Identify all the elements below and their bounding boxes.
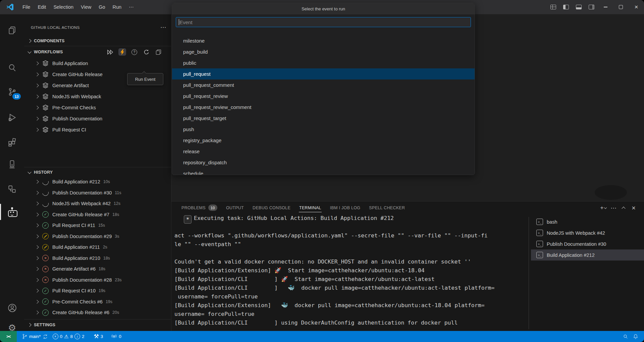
terminal-session[interactable]: >_ Publish Documentation #30: [531, 238, 644, 249]
terminal-session[interactable]: >_ bash: [531, 216, 644, 227]
event-option[interactable]: public: [172, 57, 475, 68]
search-status-icon[interactable]: [621, 334, 631, 339]
section-settings[interactable]: SETTINGS: [24, 320, 171, 330]
layers-icon: [42, 104, 49, 111]
broadcast-status-item[interactable]: 0: [109, 331, 124, 342]
remote-indicator[interactable]: ><: [0, 331, 17, 342]
event-option[interactable]: pull_request_review_comment: [172, 102, 475, 113]
event-option[interactable]: registry_package: [172, 135, 475, 146]
terminal-prompt-icon: >_: [536, 230, 543, 236]
workflow-item[interactable]: Pull Request CI: [24, 124, 171, 135]
workflow-item[interactable]: Build Application: [24, 58, 171, 69]
panel-tab[interactable]: SPELL CHECKER: [365, 202, 409, 214]
event-option[interactable]: milestone: [172, 35, 475, 46]
minimize-button[interactable]: [598, 0, 613, 14]
history-item[interactable]: Generate Artifact #6 18s: [24, 264, 171, 275]
run-debug-icon[interactable]: [0, 109, 24, 125]
refresh-icon[interactable]: [143, 48, 150, 56]
vscode-logo-icon: [6, 3, 14, 11]
chevron-right-icon: [35, 191, 39, 194]
history-item[interactable]: Publish Documentation #28 23s: [24, 275, 171, 286]
extensions-icon[interactable]: [0, 134, 24, 150]
menu-item[interactable]: View: [77, 3, 95, 11]
github-local-actions-icon[interactable]: [0, 204, 24, 220]
section-history[interactable]: HISTORY: [24, 168, 171, 177]
history-item[interactable]: Pre-Commit Checks #6 19s: [24, 296, 171, 307]
explorer-icon[interactable]: [0, 22, 24, 38]
menu-item[interactable]: Go: [95, 3, 109, 11]
run-status-icon: [42, 277, 49, 283]
panel-tab[interactable]: IBM I JOB LOG: [326, 202, 365, 214]
event-option[interactable]: pull_request_comment: [172, 79, 475, 91]
tools-status-item[interactable]: ⚒ 3: [92, 331, 106, 342]
section-components[interactable]: COMPONENTS: [24, 36, 171, 46]
customize-layout-icon[interactable]: [547, 2, 559, 12]
workflow-item[interactable]: Pre-Commit Checks: [24, 102, 171, 113]
workflow-item[interactable]: NodeJS with Webpack: [24, 91, 171, 102]
panel-tab[interactable]: OUTPUT: [222, 202, 248, 214]
new-terminal-icon[interactable]: +: [599, 204, 608, 212]
remote-explorer-icon[interactable]: [0, 156, 24, 172]
history-item[interactable]: Build Application #211 2s: [24, 242, 171, 253]
maximize-button[interactable]: [613, 0, 629, 14]
run-status-icon: [42, 244, 49, 250]
event-input[interactable]: Event: [176, 17, 471, 27]
run-all-workflows-icon[interactable]: [106, 48, 114, 56]
branch-status-item[interactable]: main*: [19, 331, 50, 342]
toggle-primary-sidebar-icon[interactable]: [560, 2, 572, 12]
terminal-session[interactable]: >_ NodeJS with Webpack #42: [531, 227, 644, 238]
event-option[interactable]: pull_request_review: [172, 91, 475, 102]
event-option[interactable]: pull_request: [172, 68, 475, 79]
terminal-splitter[interactable]: [529, 217, 529, 329]
menu-item[interactable]: File: [19, 3, 34, 11]
hierarchy-icon[interactable]: [0, 181, 24, 197]
account-icon[interactable]: [0, 300, 24, 316]
problems-status-item[interactable]: × 0 ⚠ 8 i 2: [50, 331, 87, 342]
event-option[interactable]: schedule: [172, 168, 475, 175]
history-item[interactable]: Build Application #212 10s: [24, 176, 171, 187]
close-button[interactable]: ×: [629, 0, 644, 14]
task-decoration-icon[interactable]: *: [184, 215, 192, 224]
quick-pick-titlebar[interactable]: Select the event to run: [172, 3, 475, 14]
event-option[interactable]: push: [172, 124, 475, 135]
terminal-line: Couldn't get a valid docker connection: …: [174, 259, 525, 267]
error-icon: ×: [53, 334, 58, 339]
menu-item[interactable]: Run: [109, 3, 125, 11]
menu-item[interactable]: Selection: [50, 3, 77, 11]
event-option[interactable]: page_build: [172, 46, 475, 57]
terminal-session[interactable]: >_ Build Application #212: [531, 249, 644, 261]
toggle-secondary-sidebar-icon[interactable]: [586, 2, 597, 12]
history-item[interactable]: Create GitHub Release #6 20s: [24, 307, 171, 318]
collapse-all-icon[interactable]: [155, 48, 162, 56]
history-item[interactable]: Create GitHub Release #7 18s: [24, 209, 171, 220]
menu-item[interactable]: Edit: [34, 3, 50, 11]
close-panel-icon[interactable]: ×: [629, 204, 638, 212]
event-option[interactable]: release: [172, 146, 475, 157]
history-item[interactable]: Publish Documentation #29 3s: [24, 231, 171, 242]
history-item[interactable]: Pull Request CI #11 15s: [24, 220, 171, 231]
event-option[interactable]: pull_request_target: [172, 113, 475, 124]
maximize-panel-icon[interactable]: [619, 204, 628, 212]
chevron-right-icon: [35, 245, 39, 249]
chevron-right-icon: [35, 267, 39, 271]
toggle-panel-icon[interactable]: [573, 2, 584, 12]
run-event-tooltip: Run Event: [127, 73, 163, 85]
notifications-bell-icon[interactable]: [631, 334, 641, 339]
terminal-prompt-icon: >_: [536, 219, 543, 225]
terminal-output[interactable]: * Executing task: GitHub Local Actions: …: [174, 215, 525, 331]
sidebar-more-actions-icon[interactable]: ⋯: [160, 24, 166, 31]
event-option[interactable]: repository_dispatch: [172, 157, 475, 168]
panel-tab[interactable]: PROBLEMS 10: [177, 202, 222, 214]
help-icon[interactable]: ?: [130, 48, 138, 56]
panel-tab[interactable]: TERMINAL: [295, 202, 326, 214]
run-event-lightning-icon[interactable]: [118, 48, 126, 56]
menu-item[interactable]: ⋯: [125, 3, 138, 11]
workflow-item[interactable]: Publish Documentation: [24, 113, 171, 124]
history-item[interactable]: Publish Documentation #30 11s: [24, 187, 171, 198]
history-item[interactable]: Build Application #210 18s: [24, 253, 171, 264]
history-item[interactable]: NodeJS with Webpack #42 12s: [24, 198, 171, 209]
panel-tab[interactable]: DEBUG CONSOLE: [248, 202, 295, 214]
search-icon[interactable]: [0, 60, 24, 76]
history-item[interactable]: Pull Request CI #10 19s: [24, 285, 171, 296]
panel-more-actions-icon[interactable]: ⋯: [609, 204, 618, 212]
